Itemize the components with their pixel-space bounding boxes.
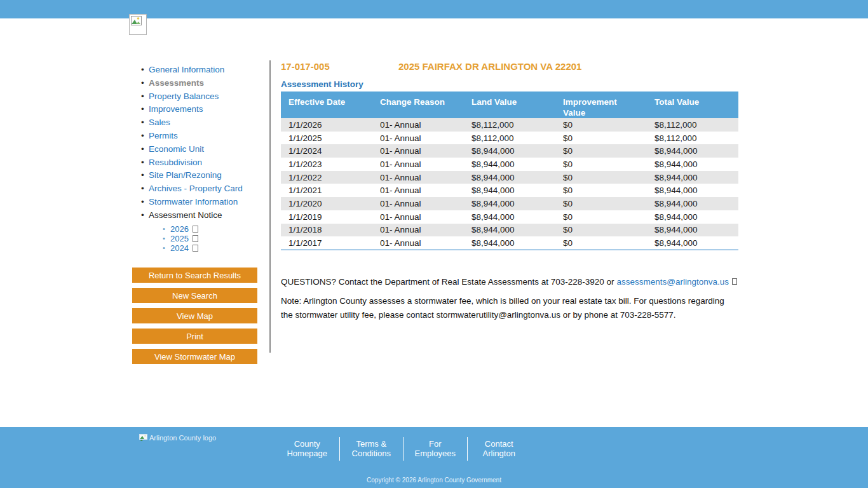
sidebar-nav-list: General Information Assessments Property… — [141, 64, 268, 222]
sidebar-item-label[interactable]: Archives - Property Card — [149, 184, 243, 193]
cell-total-value: $8,944,000 — [647, 197, 738, 210]
sidebar: General Information Assessments Property… — [141, 64, 268, 253]
cell-improvement-value: $0 — [555, 224, 647, 237]
cell-change-reason: 01- Annual — [372, 184, 464, 197]
notice-year-item[interactable]: 2024 — [163, 243, 268, 253]
sidebar-item-label[interactable]: Resubdivision — [149, 158, 202, 167]
table-header-cell: Land Value — [464, 92, 555, 118]
notice-year-item[interactable]: 2026 — [163, 224, 268, 234]
document-placeholder-icon — [193, 235, 198, 242]
cell-change-reason: 01- Annual — [372, 210, 464, 224]
sidebar-item[interactable]: Assessment Notice — [141, 209, 268, 222]
notice-year-link[interactable]: 2026 — [170, 224, 189, 234]
action-button[interactable]: New Search — [132, 288, 257, 303]
table-row: 1/1/2019 01- Annual $8,944,000 $0 $8,944… — [281, 210, 738, 224]
cell-improvement-value: $0 — [555, 197, 647, 210]
stormwater-note: Note: Arlington County assesses a stormw… — [281, 294, 736, 323]
cell-land-value: $8,944,000 — [464, 158, 555, 171]
copyright-text: Copyright © 2026 Arlington County Govern… — [0, 477, 868, 484]
cell-improvement-value: $0 — [555, 210, 647, 224]
cell-total-value: $8,944,000 — [647, 224, 738, 237]
cell-land-value: $8,112,000 — [464, 118, 555, 132]
sidebar-item-label[interactable]: Property Balances — [149, 92, 219, 101]
assessment-history-table: Effective Date Change Reason Land Value … — [281, 92, 738, 250]
external-link-placeholder-icon — [732, 278, 737, 285]
property-address: 2025 FAIRFAX DR ARLINGTON VA 22201 — [398, 61, 581, 72]
sidebar-item[interactable]: Assessments — [141, 77, 268, 90]
sidebar-item-label[interactable]: Permits — [149, 131, 178, 140]
cell-land-value: $8,944,000 — [464, 144, 555, 158]
sidebar-item[interactable]: Economic Unit — [141, 143, 268, 156]
footer-link[interactable]: Contact Arlington — [467, 437, 531, 461]
cell-effective-date: 1/1/2020 — [281, 197, 372, 210]
notice-year-link[interactable]: 2024 — [170, 243, 189, 253]
broken-image-icon — [139, 434, 147, 441]
cell-effective-date: 1/1/2024 — [281, 144, 372, 158]
footer-link[interactable]: For Employees — [403, 437, 467, 461]
section-title: Assessment History — [281, 79, 739, 89]
action-button-stack: Return to Search Results New Search View… — [132, 268, 257, 364]
site-logo-broken-image[interactable] — [129, 14, 147, 35]
cell-effective-date: 1/1/2021 — [281, 184, 372, 197]
footer-links: County Homepage Terms & Conditions For E… — [275, 437, 531, 461]
cell-effective-date: 1/1/2025 — [281, 132, 372, 145]
cell-total-value: $8,944,000 — [647, 144, 738, 158]
sidebar-item[interactable]: Site Plan/Rezoning — [141, 169, 268, 182]
sidebar-item-label[interactable]: Assessments — [149, 78, 204, 88]
notice-year-item[interactable]: 2025 — [163, 234, 268, 243]
sidebar-item-label[interactable]: Assessment Notice — [149, 210, 222, 220]
table-row: 1/1/2026 01- Annual $8,112,000 $0 $8,112… — [281, 118, 738, 132]
sidebar-item[interactable]: Improvements — [141, 103, 268, 116]
cell-change-reason: 01- Annual — [372, 224, 464, 237]
table-header-cell: Total Value — [647, 92, 738, 118]
cell-effective-date: 1/1/2022 — [281, 171, 372, 184]
sidebar-item[interactable]: Property Balances — [141, 90, 268, 104]
cell-total-value: $8,112,000 — [647, 118, 738, 132]
broken-image-icon — [131, 16, 142, 25]
cell-land-value: $8,944,000 — [464, 236, 555, 250]
main-content: 17-017-005 2025 FAIRFAX DR ARLINGTON VA … — [281, 61, 739, 323]
table-header-row: Effective Date Change Reason Land Value … — [281, 92, 738, 118]
assessments-email-link[interactable]: assessments@arlingtonva.us — [617, 277, 729, 287]
sidebar-item-label[interactable]: Site Plan/Rezoning — [149, 170, 222, 180]
sidebar-item-label[interactable]: Improvements — [149, 104, 203, 114]
header-line-1: Change Reason — [380, 97, 464, 107]
cell-land-value: $8,944,000 — [464, 171, 555, 184]
sidebar-item-label[interactable]: Economic Unit — [149, 144, 204, 154]
cell-change-reason: 01- Annual — [372, 171, 464, 184]
action-button[interactable]: View Map — [132, 308, 257, 323]
footer-link-line-1: For — [403, 440, 467, 449]
cell-effective-date: 1/1/2017 — [281, 236, 372, 250]
cell-effective-date: 1/1/2026 — [281, 118, 372, 132]
cell-improvement-value: $0 — [555, 184, 647, 197]
sidebar-item-label[interactable]: General Information — [149, 65, 224, 74]
questions-text: QUESTIONS? Contact the Department of Rea… — [281, 277, 739, 287]
notice-year-link[interactable]: 2025 — [170, 234, 189, 243]
sidebar-item[interactable]: Archives - Property Card — [141, 182, 268, 196]
sidebar-item[interactable]: Permits — [141, 130, 268, 143]
cell-change-reason: 01- Annual — [372, 197, 464, 210]
footer-link-line-2: Conditions — [340, 449, 403, 459]
footer-link[interactable]: County Homepage — [275, 437, 339, 461]
table-row: 1/1/2024 01- Annual $8,944,000 $0 $8,944… — [281, 144, 738, 158]
action-button[interactable]: Print — [132, 329, 257, 344]
sidebar-item-label[interactable]: Sales — [149, 118, 170, 127]
footer-link[interactable]: Terms & Conditions — [339, 437, 403, 461]
cell-improvement-value: $0 — [555, 118, 647, 132]
footer: Arlington County logo County Homepage Te… — [0, 427, 868, 488]
header-line-2: Value — [563, 107, 647, 118]
header-line-1: Land Value — [471, 97, 555, 107]
sidebar-item[interactable]: Sales — [141, 116, 268, 130]
footer-logo-broken-image[interactable]: Arlington County logo — [139, 434, 216, 442]
sidebar-item[interactable]: Stormwater Information — [141, 196, 268, 209]
cell-improvement-value: $0 — [555, 132, 647, 145]
sidebar-item[interactable]: Resubdivision — [141, 156, 268, 170]
cell-effective-date: 1/1/2019 — [281, 210, 372, 224]
action-button[interactable]: Return to Search Results — [132, 268, 257, 283]
sidebar-item[interactable]: General Information — [141, 64, 268, 77]
sidebar-item-label[interactable]: Stormwater Information — [149, 197, 238, 207]
action-button[interactable]: View Stormwater Map — [132, 349, 257, 364]
cell-total-value: $8,944,000 — [647, 171, 738, 184]
table-row: 1/1/2018 01- Annual $8,944,000 $0 $8,944… — [281, 224, 738, 237]
assessment-notice-years: 2026 2025 2024 — [163, 224, 268, 254]
